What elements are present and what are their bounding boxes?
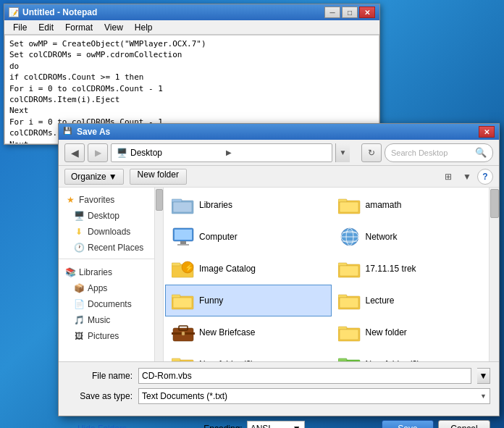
notepad-close-button[interactable]: ✕	[359, 7, 375, 18]
back-button[interactable]: ◀	[64, 143, 85, 162]
documents-label: Documents	[88, 299, 132, 309]
newfolder3-filename: New folder (3)	[366, 359, 420, 361]
hide-folders-button[interactable]: ▲ Hide Folders	[67, 424, 127, 428]
newfolder-filename: New folder	[366, 327, 407, 337]
forward-button[interactable]: ▶	[88, 143, 108, 162]
location-bar[interactable]: 🖥️ Desktop ▶	[111, 143, 332, 162]
menu-file[interactable]: File	[7, 21, 33, 34]
menu-edit[interactable]: Edit	[33, 21, 59, 34]
favorites-section: ★ Favorites 🖥️ Desktop ⬇ Downloads 🕐 Rec…	[59, 190, 163, 257]
file-item-trek[interactable]: 17.11.15 trek	[332, 253, 498, 285]
imagecatalog-filename: Image Catalog	[199, 264, 256, 274]
file-item-newfolder2[interactable]: New folder (2)	[165, 348, 332, 361]
desktop-icon: 🖥️	[73, 210, 85, 222]
file-item-lecture[interactable]: Lecture	[332, 285, 498, 316]
svg-rect-2	[173, 202, 192, 212]
hide-folders-arrow-icon: ▲	[67, 425, 75, 429]
nav-item-apps[interactable]: 📦 Apps	[59, 280, 163, 296]
location-arrow-icon: ▶	[226, 148, 232, 156]
nav-item-music[interactable]: 🎵 Music	[59, 312, 163, 328]
nav-item-downloads[interactable]: ⬇ Downloads	[59, 224, 163, 240]
file-item-briefcase[interactable]: New Briefcase	[165, 316, 332, 348]
menu-format[interactable]: Format	[59, 21, 98, 34]
favorites-star-icon: ★	[64, 194, 76, 206]
menu-help[interactable]: Help	[129, 21, 159, 34]
encoding-dropdown[interactable]: ANSI ▼	[247, 421, 305, 428]
organize-arrow-icon: ▼	[109, 172, 117, 182]
organize-label: Organize	[71, 172, 106, 182]
search-bar[interactable]: Search Desktop 🔍	[385, 143, 493, 162]
menu-view[interactable]: View	[98, 21, 129, 34]
file-item-libraries[interactable]: Libraries	[165, 189, 332, 221]
savetype-arrow-icon: ▼	[480, 393, 487, 400]
file-area-scrollbar[interactable]	[489, 188, 499, 361]
new-folder-button[interactable]: New folder	[130, 169, 187, 185]
file-item-newfolder3[interactable]: New folder (3)	[332, 348, 498, 361]
libraries-section: 📚 Libraries 📦 Apps 📄 Documents 🎵 Music 🖼	[59, 263, 163, 345]
funny-folder-icon	[172, 289, 195, 312]
nav-item-pictures[interactable]: 🖼 Pictures	[59, 328, 163, 344]
view-toggle-button[interactable]: ⊞	[440, 169, 457, 185]
file-item-amamath[interactable]: amamath	[332, 189, 498, 221]
help-button[interactable]: ?	[477, 169, 493, 185]
view-controls: ⊞ ▼ ?	[440, 169, 493, 185]
organize-button[interactable]: Organize ▼	[64, 169, 124, 185]
file-item-computer[interactable]: Computer	[165, 221, 332, 253]
location-folder-icon: 🖥️	[116, 147, 127, 159]
location-text: Desktop	[130, 148, 223, 158]
downloads-label: Downloads	[88, 227, 130, 237]
favorites-label: Favorites	[79, 195, 114, 205]
svg-rect-37	[172, 358, 180, 361]
downloads-icon: ⬇	[73, 226, 85, 238]
filename-input[interactable]	[138, 368, 471, 384]
desktop-label: Desktop	[88, 211, 119, 221]
libraries-header[interactable]: 📚 Libraries	[59, 264, 163, 280]
trek-folder-icon	[338, 257, 361, 280]
funny-filename: Funny	[199, 295, 223, 306]
nav-item-recent[interactable]: 🕐 Recent Places	[59, 240, 163, 256]
savetype-label: Save as type:	[67, 391, 133, 401]
left-navigation: ★ Favorites 🖥️ Desktop ⬇ Downloads 🕐 Rec…	[59, 188, 164, 361]
newfolder2-icon	[172, 353, 195, 361]
svg-rect-22	[340, 266, 358, 276]
svg-rect-8	[180, 241, 186, 244]
encoding-section: Encoding: ANSI ▼	[133, 421, 376, 428]
svg-rect-17	[172, 263, 180, 266]
favorites-header[interactable]: ★ Favorites	[59, 192, 163, 208]
computer-icon	[172, 225, 195, 248]
nav-item-documents[interactable]: 📄 Documents	[59, 296, 163, 312]
view-dropdown-button[interactable]: ▼	[458, 169, 476, 185]
libraries-icon: 📚	[64, 267, 76, 278]
notepad-minimize-button[interactable]: ─	[324, 7, 340, 18]
music-icon: 🎵	[73, 314, 85, 326]
notepad-menubar: File Edit Format View Help	[4, 20, 379, 35]
bottom-actions: ▲ Hide Folders Encoding: ANSI ▼ Save Can…	[59, 414, 499, 428]
file-item-newfolder[interactable]: New folder	[332, 316, 498, 348]
notepad-maximize-button[interactable]: □	[342, 7, 358, 18]
svg-rect-32	[182, 332, 185, 335]
saveas-form: File name: ▼ Save as type: Text Document…	[59, 361, 499, 414]
filename-row: File name: ▼	[67, 368, 490, 384]
svg-rect-40	[338, 358, 347, 361]
documents-icon: 📄	[73, 298, 85, 310]
saveas-dialog: 💾 Save As ✕ ◀ ▶ 🖥️ Desktop ▶ ▼ ↻ Search …	[58, 123, 500, 416]
nav-item-desktop[interactable]: 🖥️ Desktop	[59, 208, 163, 224]
newfolder-icon	[338, 321, 361, 344]
svg-rect-7	[175, 230, 192, 240]
save-button[interactable]: Save	[382, 420, 434, 428]
file-item-funny[interactable]: Funny	[165, 285, 332, 316]
notepad-icon: 📝	[9, 7, 19, 17]
location-dropdown-button[interactable]: ▼	[335, 143, 350, 162]
cancel-button[interactable]: Cancel	[438, 420, 490, 428]
refresh-button[interactable]: ↻	[361, 143, 382, 162]
savetype-dropdown[interactable]: Text Documents (*.txt) ▼	[138, 388, 490, 404]
svg-rect-24	[172, 295, 180, 298]
briefcase-icon	[172, 321, 195, 344]
file-item-imagecatalog[interactable]: ⚡ Image Catalog	[165, 253, 332, 285]
saveas-titlebar: 💾 Save As ✕	[59, 124, 499, 140]
notepad-titlebar: 📝 Untitled - Notepad ─ □ ✕	[4, 4, 379, 20]
file-item-network[interactable]: Network	[332, 221, 498, 253]
saveas-close-button[interactable]: ✕	[479, 126, 495, 138]
filename-dropdown-button[interactable]: ▼	[477, 368, 490, 384]
saveas-window-controls: ✕	[479, 126, 495, 138]
